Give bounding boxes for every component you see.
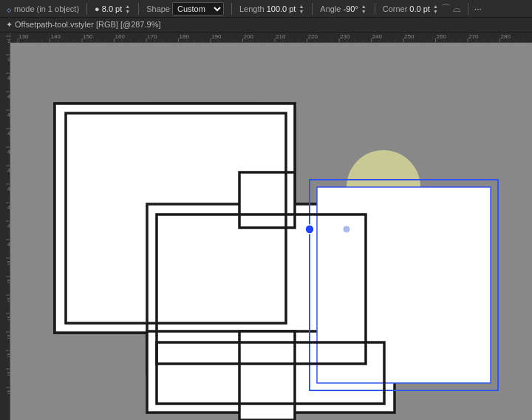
v-ruler-svg: 3803904004104204304404504604704804905005… [0, 33, 10, 410]
svg-text:180: 180 [180, 33, 190, 40]
corner-icon2: ⌓ [453, 3, 460, 15]
length-label: Length [239, 4, 265, 13]
sep3 [231, 3, 232, 15]
svg-text:220: 220 [308, 33, 318, 40]
svg-text:150: 150 [83, 33, 93, 40]
shape-select[interactable]: Custom [172, 2, 224, 16]
size-icon: ● [95, 4, 100, 13]
svg-text:140: 140 [51, 33, 61, 40]
svg-rect-124 [239, 331, 295, 420]
sep5 [375, 3, 375, 15]
toolbar: ⬦ mode (in 1 object) ● 8.0 pt ▲▼ Shape C… [0, 0, 532, 18]
svg-text:200: 200 [244, 33, 254, 40]
selected-rect-inner [317, 187, 491, 383]
shape-label: Shape [146, 4, 170, 13]
svg-text:190: 190 [211, 33, 222, 40]
corner-value: 0.0 pt [409, 4, 430, 13]
mode-label: mode (in 1 object) [14, 4, 79, 13]
sep2 [138, 3, 139, 15]
svg-text:160: 160 [115, 33, 126, 40]
corner-label: Corner [383, 4, 408, 13]
length-control: Length 100.0 pt ▲▼ [236, 1, 307, 16]
svg-text:130: 130 [18, 33, 29, 40]
sep1 [86, 3, 87, 15]
node-point-secondary[interactable] [343, 226, 350, 233]
corner-spinner[interactable]: ▲▼ [432, 4, 439, 14]
svg-text:280: 280 [501, 33, 511, 40]
svg-text:170: 170 [147, 33, 157, 40]
titlebar: ✦ Offsetpath-tool.vstyler [RGB] [@287.9%… [0, 18, 532, 33]
horizontal-ruler: 1301401501601701801902002102202302402502… [10, 33, 532, 43]
angle-value: -90° [343, 4, 358, 13]
length-value: 100.0 pt [267, 4, 296, 13]
svg-text:270: 270 [468, 33, 479, 40]
h-ruler-svg: 1301401501601701801902002102202302402502… [10, 33, 532, 43]
sep4 [312, 3, 313, 15]
angle-spinner[interactable]: ▲▼ [361, 4, 367, 14]
svg-text:260: 260 [437, 33, 447, 40]
canvas-svg [10, 43, 532, 420]
corner-control: Corner 0.0 pt ▲▼ ⌒ ⌓ [380, 1, 463, 16]
svg-text:240: 240 [372, 33, 383, 40]
node-point-main[interactable] [305, 225, 314, 234]
size-control: ● 8.0 pt ▲▼ [92, 1, 134, 16]
title-text: ✦ Offsetpath-tool.vstyler [RGB] [@287.9%… [6, 20, 161, 30]
canvas-area[interactable] [10, 43, 532, 420]
more-button[interactable]: ··· [473, 1, 483, 16]
shape-control: Shape Custom [143, 1, 227, 16]
size-spinner[interactable]: ▲▼ [124, 4, 131, 14]
svg-text:230: 230 [340, 33, 350, 40]
mode-icon: ⬦ [6, 3, 12, 15]
corner-icon1: ⌒ [441, 2, 451, 16]
mode-display: ⬦ mode (in 1 object) [3, 1, 82, 16]
sep6 [468, 3, 468, 15]
vertical-ruler: 3803904004104204304404504604704804905005… [0, 33, 10, 420]
svg-text:250: 250 [404, 33, 415, 40]
size-value: 8.0 pt [102, 4, 123, 13]
angle-label: Angle [320, 4, 341, 13]
length-spinner[interactable]: ▲▼ [298, 4, 304, 14]
angle-control: Angle -90° ▲▼ [317, 1, 369, 16]
svg-text:210: 210 [276, 33, 286, 40]
